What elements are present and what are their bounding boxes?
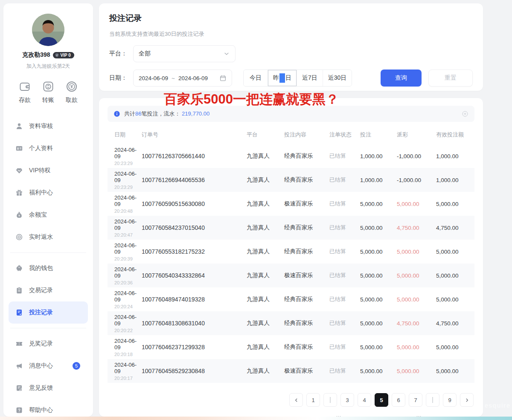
summary-middle: 笔投注，流水：: [141, 110, 182, 117]
sidebar-item-bet-records[interactable]: 投注记录: [9, 301, 88, 324]
bet-time: 20:20:18: [114, 352, 142, 357]
sidebar-item-transaction-records[interactable]: 交易记录: [3, 279, 93, 301]
cell-bet-amount: 1,000.00: [360, 177, 397, 183]
table-row[interactable]: 2024-06-0920:20:481007760590515630080九游真…: [108, 192, 474, 216]
bet-date: 2024-06-09: [114, 266, 142, 279]
main-content: 投注记录 当前系统支持查询最近30日的投注记录 平台： 全部 日期： 2024-…: [99, 0, 483, 420]
table-row[interactable]: 2024-06-0920:23:291007761263705661440九游真…: [108, 144, 474, 168]
cell-payout: 4,750.00: [397, 225, 436, 231]
table-row[interactable]: 2024-06-0920:20:181007760462371299328九游真…: [108, 335, 474, 359]
cell-valid-bet: 5,000.00: [436, 296, 474, 303]
table-row[interactable]: 2024-06-0920:20:391007760553182175232九游真…: [108, 240, 474, 264]
cell-bet-content: 极速百家乐: [284, 272, 329, 279]
sidebar-item-yuebao[interactable]: 余额宝: [3, 204, 93, 226]
page-button-9[interactable]: 9: [443, 393, 457, 407]
page-button-6[interactable]: 6: [392, 393, 405, 407]
cell-valid-bet: 5,000.00: [436, 249, 474, 255]
overlay-annotation-text: 百家乐5000一把连赢就要黑？: [164, 90, 339, 108]
table-row[interactable]: 2024-06-0920:20:241007760489474019328九游真…: [108, 287, 474, 311]
next-page-button[interactable]: [460, 393, 474, 407]
date-start-value: 2024-06-09: [139, 75, 168, 81]
cell-platform: 九游真人: [247, 319, 284, 327]
table-row[interactable]: 2024-06-0920:20:221007760481308631040九游真…: [108, 311, 474, 335]
sidebar-item-label: VIP特权: [29, 167, 51, 174]
ellipsis-button[interactable]: [323, 393, 337, 407]
date-separator: ~: [172, 75, 175, 81]
cell-date: 2024-06-0920:20:47: [114, 218, 142, 238]
sidebar-item-label: 兑奖记录: [29, 340, 53, 348]
platform-label: 平台：: [109, 50, 129, 58]
menu-divider: [10, 252, 86, 253]
sidebar-item-feedback[interactable]: 意见反馈: [3, 377, 93, 399]
cell-order-number: 1007760590515630080: [142, 200, 247, 207]
table-row[interactable]: 2024-06-0920:20:471007760584237015040九游真…: [108, 216, 474, 240]
sidebar-item-vip-privilege[interactable]: VIP特权: [3, 159, 93, 182]
sidebar: 克孜勒398 VIP 0 加入九游娱乐第2天 存款转账取款 资料审核个人资料VI…: [3, 3, 93, 417]
cell-order-number: 1007761263705661440: [142, 153, 247, 159]
avatar[interactable]: [32, 14, 64, 46]
megaphone-icon: [15, 362, 23, 370]
plus-circle-icon[interactable]: [462, 110, 468, 117]
range-button-last30[interactable]: 近30日: [323, 70, 352, 86]
sidebar-item-realtime-rebate[interactable]: 实时返水: [3, 226, 93, 248]
summary-prefix: 共计: [124, 110, 135, 117]
bet-date: 2024-06-09: [114, 362, 142, 374]
platform-filter-row: 平台： 全部: [109, 45, 473, 62]
quick-action-withdraw[interactable]: 取款: [65, 80, 78, 104]
table-row[interactable]: 2024-06-0920:20:171007760458529230848九游真…: [108, 359, 474, 383]
quick-action-transfer[interactable]: 转账: [42, 80, 55, 104]
cell-status: 已结算: [329, 343, 360, 351]
sidebar-item-my-wallet[interactable]: 我的钱包: [3, 257, 93, 279]
sidebar-item-personal-info[interactable]: 个人资料: [3, 137, 93, 159]
bet-time: 20:23:29: [114, 185, 142, 190]
quick-action-deposit[interactable]: 存款: [18, 80, 31, 104]
ellipsis-bar: [432, 397, 433, 403]
page-button-4[interactable]: 4: [358, 393, 371, 407]
search-button[interactable]: 查询: [381, 70, 422, 87]
page-button-1[interactable]: 1: [306, 393, 320, 407]
cell-platform: 九游真人: [247, 224, 284, 232]
sidebar-item-message-center[interactable]: 消息中心5: [3, 355, 93, 377]
filter-card: 投注记录 当前系统支持查询最近30日的投注记录 平台： 全部 日期： 2024-…: [99, 3, 483, 91]
table-header-row: 日期订单号平台投注内容注单状态投注派彩有效投注额: [108, 125, 474, 144]
cell-status: 已结算: [329, 272, 360, 279]
cell-payout: -1,000.00: [397, 153, 436, 159]
prev-page-button[interactable]: [289, 393, 303, 407]
rebate-icon: [15, 233, 23, 241]
joined-days-text: 加入九游娱乐第2天: [3, 63, 93, 70]
ellipsis-button[interactable]: [426, 393, 439, 407]
sidebar-item-prize-records[interactable]: 兑奖记录: [3, 333, 93, 355]
sidebar-item-welfare-center[interactable]: 福利中心: [3, 182, 93, 204]
bet-time: 20:20:24: [114, 304, 142, 309]
bet-date: 2024-06-09: [114, 338, 142, 350]
page-root: 克孜勒398 VIP 0 加入九游娱乐第2天 存款转账取款 资料审核个人资料VI…: [0, 0, 512, 420]
page-button-3[interactable]: 3: [340, 393, 354, 407]
cell-valid-bet: 4,750.00: [436, 225, 474, 231]
sidebar-item-label: 投注记录: [29, 309, 53, 316]
platform-select[interactable]: 全部: [133, 45, 236, 62]
cell-bet-amount: 5,000.00: [360, 320, 397, 327]
cell-payout: 4,750.00: [397, 320, 436, 327]
column-header-0: 日期: [114, 131, 142, 139]
range-button-last7[interactable]: 近7日: [297, 70, 323, 86]
bet-record-icon: [15, 309, 23, 316]
summary-amount: 219,770.00: [182, 110, 209, 117]
cell-status: 已结算: [329, 367, 360, 375]
date-filter-row: 日期： 2024-06-09 ~ 2024-06-09 今日昨日近7日近30日 …: [109, 70, 473, 87]
bottom-gradient: [0, 417, 512, 420]
cell-order-number: 1007760462371299328: [142, 344, 247, 350]
date-range-input[interactable]: 2024-06-09 ~ 2024-06-09: [133, 70, 232, 87]
table-row[interactable]: 2024-06-0920:23:291007761266944065536九游真…: [108, 168, 474, 192]
table-row[interactable]: 2024-06-0920:20:361007760540343332864九游真…: [108, 264, 474, 287]
page-button-7[interactable]: 7: [409, 393, 422, 407]
unread-count-badge: 5: [73, 362, 80, 370]
range-button-yesterday[interactable]: 昨日: [268, 70, 297, 86]
cell-status: 已结算: [329, 176, 360, 184]
sidebar-item-profile-audit[interactable]: 资料审核: [3, 115, 93, 137]
page-button-5[interactable]: 5: [375, 393, 388, 407]
cell-bet-amount: 5,000.00: [360, 249, 397, 255]
range-button-today[interactable]: 今日: [244, 70, 268, 86]
cell-date: 2024-06-0920:20:18: [114, 338, 142, 357]
reset-button[interactable]: 重置: [428, 70, 473, 87]
cell-bet-amount: 5,000.00: [360, 344, 397, 350]
